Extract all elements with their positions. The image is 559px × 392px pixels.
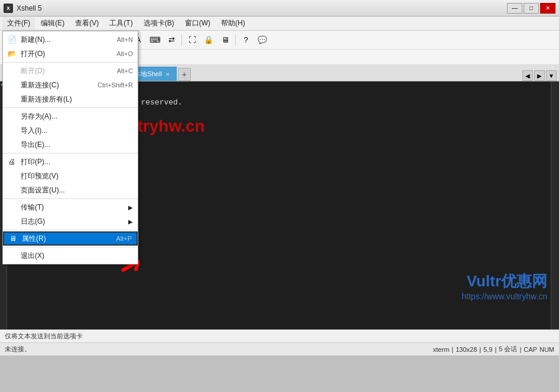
menu-print[interactable]: 🖨 打印(P)... — [3, 155, 138, 169]
menu-open-label: 打开(O) — [21, 49, 45, 59]
log-submenu-arrow: ▶ — [128, 218, 133, 225]
menu-print-preview[interactable]: 打印预览(V) — [3, 169, 138, 183]
tab-add-button[interactable]: + — [178, 68, 191, 81]
menu-properties[interactable]: 🖥 属性(R) Alt+P — [3, 231, 138, 246]
status-bar: 仅将文本发送到当前选项卡 — [0, 329, 559, 342]
toolbar-fullscreen[interactable]: ⛶ — [184, 32, 200, 48]
menu-reconnect-all-label: 重新连接所有(L) — [21, 94, 72, 104]
menu-import[interactable]: 导入(I)... — [3, 123, 138, 138]
menu-open[interactable]: 📂 打开(O) Alt+O — [3, 47, 138, 61]
terminal-info: xterm | 130x28 | 5,9 | 5 会话 | CAP NUM — [433, 345, 554, 354]
menu-transfer[interactable]: 传输(T) ▶ — [3, 200, 138, 214]
menu-tabs[interactable]: 选项卡(B) — [139, 17, 179, 30]
tab-prev-button[interactable]: ◀ — [522, 70, 533, 81]
toolbar-monitor[interactable]: 🖥 — [217, 32, 233, 48]
caps-lock: CAP — [524, 346, 537, 353]
sep2 — [3, 107, 138, 108]
menu-disconnect-label: 断开(D) — [21, 66, 45, 76]
properties-icon: 🖥 — [8, 234, 18, 243]
menu-export[interactable]: 导出(E)... — [3, 138, 138, 152]
menu-reconnect-shortcut: Ctrl+Shift+R — [98, 81, 133, 89]
menu-disconnect-shortcut: Alt+C — [117, 67, 133, 74]
menu-help[interactable]: 帮助(H) — [216, 17, 250, 30]
sep6 — [3, 247, 138, 247]
menu-log-label: 日志(G) — [21, 217, 45, 227]
terminal-type: xterm — [433, 346, 450, 353]
menu-print-label: 打印(P)... — [21, 157, 50, 167]
window-title: Xshell 5 — [17, 4, 42, 12]
menu-export-label: 导出(E)... — [21, 140, 50, 150]
menu-import-label: 导入(I)... — [21, 126, 47, 136]
bottom-bar: 未连接。 xterm | 130x28 | 5,9 | 5 会话 | CAP N… — [0, 342, 559, 355]
terminal-dimensions: 130x28 — [456, 346, 477, 353]
separator-4: | — [519, 346, 521, 353]
tab-close-localshell[interactable]: ✕ — [165, 71, 170, 77]
menu-view[interactable]: 查看(V) — [70, 17, 103, 30]
menu-open-shortcut: Alt+O — [116, 50, 133, 57]
sep5 — [3, 230, 138, 230]
menu-bar: 文件(F) 编辑(E) 查看(V) 工具(T) 选项卡(B) 窗口(W) 帮助(… — [0, 17, 559, 31]
menu-new[interactable]: 📄 新建(N)... Alt+N — [3, 32, 138, 47]
toolbar-help[interactable]: ? — [238, 32, 254, 48]
menu-reconnect[interactable]: 重新连接(C) Ctrl+Shift+R — [3, 78, 138, 92]
menu-save-as-label: 另存为(A)... — [21, 112, 57, 122]
sep4 — [3, 198, 138, 199]
menu-properties-label: 属性(R) — [22, 234, 46, 244]
menu-disconnect[interactable]: 断开(D) Alt+C — [3, 64, 138, 78]
menu-tools[interactable]: 工具(T) — [105, 17, 137, 30]
toolbar-cmd[interactable]: ⌨ — [147, 32, 162, 48]
title-bar-left: X Xshell 5 — [4, 4, 42, 13]
new-icon: 📄 — [6, 35, 17, 44]
menu-file[interactable]: 文件(F) — [2, 17, 35, 30]
tab-navigation: ◀ ▶ ▼ — [522, 70, 557, 81]
separator-3: | — [495, 346, 496, 353]
window-controls: — □ ✕ — [507, 3, 555, 14]
separator-2: | — [479, 346, 481, 353]
toolbar-chat[interactable]: 💬 — [255, 32, 270, 48]
menu-page-setup[interactable]: 页面设置(U)... — [3, 183, 138, 197]
menu-save-as[interactable]: 另存为(A)... — [3, 109, 138, 123]
menu-exit-label: 退出(X) — [21, 251, 44, 261]
toolbar-lock[interactable]: 🔒 — [201, 32, 216, 48]
file-menu-dropdown: 📄 新建(N)... Alt+N 📂 打开(O) Alt+O 断开(D) Alt… — [2, 31, 138, 264]
menu-reconnect-all[interactable]: 重新连接所有(L) — [3, 92, 138, 106]
tab-next-button[interactable]: ▶ — [534, 70, 545, 81]
session-count: 5 会话 — [499, 345, 517, 354]
cursor-position: 5,9 — [483, 346, 492, 353]
title-bar: X Xshell 5 — □ ✕ — [0, 0, 559, 17]
sep1 — [3, 62, 138, 63]
menu-window[interactable]: 窗口(W) — [180, 17, 215, 30]
menu-exit[interactable]: 退出(X) — [3, 249, 138, 263]
menu-log[interactable]: 日志(G) ▶ — [3, 214, 138, 228]
menu-transfer-label: 传输(T) — [21, 202, 44, 213]
toolbar-transfer[interactable]: ⇄ — [164, 32, 179, 48]
menu-properties-shortcut: Alt+P — [116, 235, 132, 242]
minimize-button[interactable]: — — [507, 3, 522, 14]
scrollbar[interactable] — [551, 81, 559, 329]
menu-reconnect-label: 重新连接(C) — [21, 80, 59, 90]
open-icon: 📂 — [6, 50, 17, 58]
toolbar-sep4 — [181, 34, 182, 46]
print-icon: 🖨 — [6, 158, 17, 166]
menu-print-preview-label: 打印预览(V) — [21, 171, 58, 181]
menu-new-shortcut: Alt+N — [117, 36, 133, 43]
transfer-submenu-arrow: ▶ — [128, 204, 133, 211]
menu-new-label: 新建(N)... — [21, 35, 51, 45]
toolbar-sep5 — [235, 34, 236, 46]
menu-edit[interactable]: 编辑(E) — [36, 17, 69, 30]
tab-menu-button[interactable]: ▼ — [546, 70, 557, 81]
maximize-button[interactable]: □ — [524, 3, 539, 14]
app-icon: X — [4, 4, 13, 13]
status-hint: 仅将文本发送到当前选项卡 — [5, 332, 83, 341]
separator-1: | — [451, 346, 453, 353]
num-lock: NUM — [540, 346, 554, 353]
close-button[interactable]: ✕ — [540, 3, 555, 14]
menu-page-setup-label: 页面设置(U)... — [21, 185, 65, 195]
sep3 — [3, 153, 138, 153]
connection-status: 未连接。 — [5, 345, 31, 354]
